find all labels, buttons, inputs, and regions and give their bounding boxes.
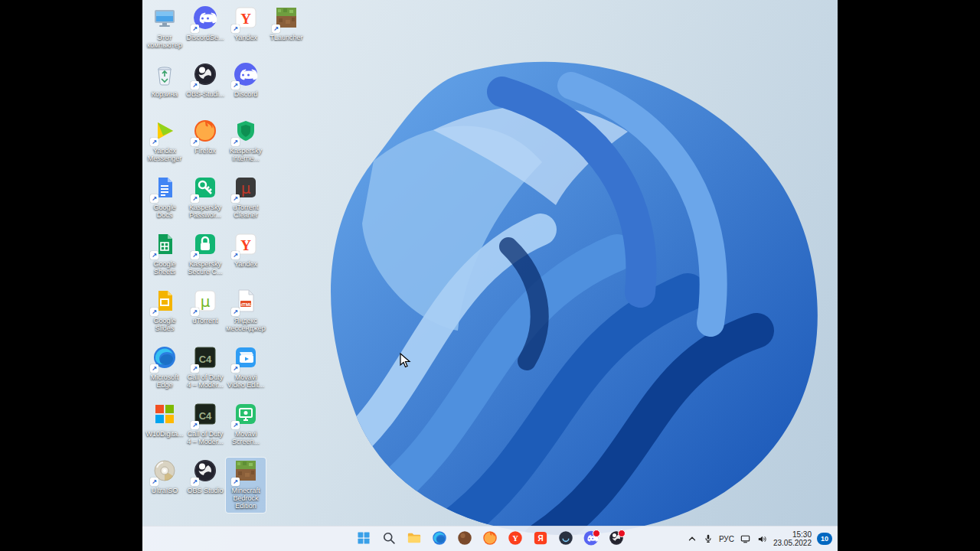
shortcut-arrow-icon (150, 478, 158, 486)
desktop-icon-obs-studi[interactable]: OBS-Studi... (185, 61, 225, 116)
shortcut-arrow-icon (191, 251, 199, 259)
svg-text:µ: µ (241, 179, 251, 197)
desktop-icon-yandex-messenger[interactable]: Yandex Messenger (145, 118, 185, 173)
taskbar: Y Я РУС (142, 526, 838, 551)
shortcut-arrow-icon (231, 138, 240, 146)
desktop-icon-kaspersky-passwor[interactable]: Kaspersky Passwor... (185, 174, 225, 230)
language-indicator[interactable]: РУС (717, 529, 737, 549)
desktop-icon-label: W10Digita... (145, 430, 183, 438)
taskbar-button-pinned-app-2[interactable] (554, 528, 577, 549)
taskbar-button-discord[interactable] (580, 528, 603, 549)
desktop-icon-firefox[interactable]: Firefox (185, 118, 225, 173)
desktop-icon-label: Yandex Messenger (145, 147, 185, 162)
taskbar-button-start[interactable] (352, 528, 375, 549)
microphone-tray-icon[interactable] (701, 529, 716, 549)
shortcut-arrow-icon (231, 364, 240, 373)
shortcut-arrow-icon (150, 251, 158, 259)
svg-text:Y: Y (240, 11, 251, 27)
taskbar-button-yandex-start[interactable]: Я (529, 528, 552, 549)
shortcut-arrow-icon (150, 308, 158, 316)
desktop-icon-label: Kaspersky Secure C... (185, 260, 225, 276)
shortcut-arrow-icon (191, 478, 199, 486)
system-tray: РУС 15:30 23.05.2022 10 (684, 527, 835, 551)
desktop-icon-label: Google Sheets (145, 260, 185, 276)
desktop-icon-utorrent-cleaner[interactable]: µ uTorrent Cleaner (226, 174, 266, 230)
shortcut-arrow-icon (191, 138, 199, 146)
shortcut-arrow-icon (231, 194, 240, 203)
desktop-icon-label: Movavi Screen... (226, 430, 266, 445)
clock[interactable]: 15:30 23.05.2022 (771, 529, 814, 549)
desktop-icon-movavi-screen[interactable]: Movavi Screen... (226, 401, 266, 456)
desktop-icon-label: Firefox (194, 147, 216, 155)
shortcut-arrow-icon (150, 194, 158, 203)
desktop-icon-google-slides[interactable]: Google Slides (145, 288, 185, 343)
desktop-icon-label: Yandex (234, 260, 257, 268)
shortcut-arrow-icon (231, 251, 240, 259)
taskbar-button-pinned-app-3[interactable] (605, 528, 628, 549)
desktop-icon-yandex[interactable]: Y Yandex (226, 5, 266, 60)
desktop-icon-kaspersky-secure-c[interactable]: Kaspersky Secure C... (185, 231, 225, 286)
shortcut-arrow-icon (191, 308, 199, 316)
taskbar-button-firefox[interactable] (479, 528, 501, 549)
svg-text:µ: µ (201, 292, 211, 311)
taskbar-center: Y Я (352, 527, 628, 551)
svg-text:Y: Y (240, 237, 251, 253)
desktop-icon-microsoft-edge[interactable]: Microsoft Edge (145, 344, 185, 399)
desktop-icon-label: uTorrent (192, 317, 217, 324)
desktop-icon-yandex[interactable]: Y Yandex (226, 231, 266, 286)
volume-icon[interactable] (754, 529, 770, 549)
desktop-icon-obs-studio[interactable]: OBS Studio (185, 458, 225, 513)
desktop-icon-utorrent[interactable]: µ uTorrent (185, 288, 225, 343)
desktop-icon-google-sheets[interactable]: Google Sheets (145, 231, 185, 286)
shortcut-arrow-icon (191, 364, 199, 373)
notification-center-button[interactable]: 10 (815, 529, 835, 549)
desktop-icon-minecraft-bedrock-edition[interactable]: Minecraft Bedrock Edition (226, 458, 266, 513)
desktop-icon-этот-компьютер[interactable]: Этот компьютер (145, 5, 185, 60)
desktop-icon-discord[interactable]: Discord (226, 61, 266, 116)
desktop-icon-tlauncher[interactable]: TLauncher (266, 5, 306, 60)
clock-date: 23.05.2022 (773, 539, 812, 547)
desktop-icon-label: Google Slides (145, 317, 185, 332)
shortcut-arrow-icon (191, 421, 199, 429)
tray-chevron-up-icon[interactable] (684, 529, 700, 549)
shortcut-arrow-icon (191, 24, 199, 33)
network-icon[interactable] (737, 529, 753, 549)
desktop-icon-ultraiso[interactable]: UltraISO (145, 458, 185, 513)
desktop-icon-label: Этот компьютер (145, 34, 185, 49)
desktop-icon-label: Яндекс мессенджер (226, 317, 266, 332)
desktop-icon-kaspersky-interne[interactable]: Kaspersky Interne... (226, 118, 266, 173)
desktop-icon-label: TLauncher (270, 34, 302, 41)
desktop-icon-grid: Этот компьютер DiscordSe... Y Yandex TLa… (142, 0, 838, 551)
shortcut-arrow-icon (150, 138, 158, 146)
taskbar-button-yandex-browser[interactable]: Y (504, 528, 527, 549)
shortcut-arrow-icon (150, 364, 158, 373)
desktop-icon-label: uTorrent Cleaner (226, 204, 266, 219)
desktop-icon-label: Корзина (152, 90, 178, 98)
desktop-icon-label: Movavi Video Edit... (226, 373, 266, 389)
taskbar-button-pinned-app-1[interactable] (453, 528, 476, 549)
desktop-icon-call-of-duty-4-moder[interactable]: C4 Call of Duty 4 – Moder... (185, 344, 225, 399)
desktop-icon-w10digita[interactable]: W10Digita... (145, 401, 185, 456)
desktop-icon-call-of-duty-4-moder[interactable]: C4 Call of Duty 4 – Moder... (185, 401, 225, 456)
shortcut-arrow-icon (231, 81, 240, 90)
desktop-icon-discordse[interactable]: DiscordSe... (185, 5, 225, 60)
taskbar-button-file-explorer[interactable] (403, 528, 426, 549)
shortcut-arrow-icon (231, 308, 240, 316)
shortcut-arrow-icon (191, 81, 199, 90)
screen: Этот компьютер DiscordSe... Y Yandex TLa… (0, 0, 980, 551)
shortcut-arrow-icon (272, 24, 280, 33)
letterbox-right (838, 0, 980, 551)
svg-text:C4: C4 (199, 354, 212, 365)
desktop-icon-яндекс-мессенджер[interactable]: HTML Яндекс мессенджер (226, 288, 266, 343)
desktop[interactable]: Этот компьютер DiscordSe... Y Yandex TLa… (142, 0, 838, 551)
svg-text:HTML: HTML (240, 302, 253, 307)
clock-time: 15:30 (792, 530, 812, 539)
desktop-icon-movavi-video-edit[interactable]: Movavi Video Edit... (226, 344, 266, 399)
desktop-icon-google-docs[interactable]: Google Docs (145, 174, 185, 230)
taskbar-button-search[interactable] (377, 528, 400, 549)
notification-dot (593, 530, 600, 537)
desktop-icon-label: Kaspersky Interne... (226, 147, 266, 162)
notification-count-badge: 10 (817, 533, 832, 545)
taskbar-button-edge[interactable] (428, 528, 451, 549)
desktop-icon-корзина[interactable]: Корзина (145, 61, 185, 116)
